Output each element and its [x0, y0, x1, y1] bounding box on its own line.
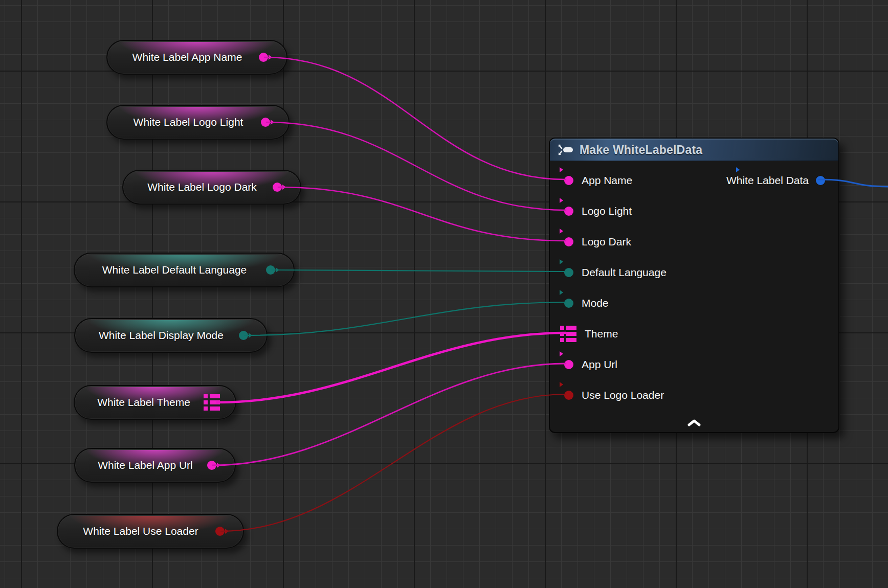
make-node-header[interactable]: Make WhiteLabelData — [550, 139, 838, 161]
pin-label: App Url — [582, 358, 617, 371]
pin-label: White Label Data — [726, 174, 809, 187]
pin-label: Default Language — [582, 266, 667, 279]
bool-input-pin[interactable] — [564, 391, 573, 400]
getter-node-white-label-app-name[interactable]: White Label App Name — [106, 40, 287, 75]
input-row-app-url[interactable]: App Url — [550, 349, 838, 380]
input-row-use-logo-loader[interactable]: Use Logo Loader — [550, 380, 838, 411]
getter-node-label: White Label Default Language — [102, 264, 247, 276]
input-row-logo-dark[interactable]: Logo Dark — [550, 227, 838, 257]
string-output-pin[interactable] — [259, 53, 268, 62]
getter-node-white-label-use-loader[interactable]: White Label Use Loader — [57, 514, 244, 549]
getter-node-label: White Label Logo Light — [134, 116, 243, 128]
getter-node-label: White Label Theme — [97, 396, 190, 409]
make-whitelabeldata-node[interactable]: Make WhiteLabelData App Name Logo Light … — [549, 138, 839, 433]
string-input-pin[interactable] — [564, 237, 573, 246]
getter-node-white-label-display-mode[interactable]: White Label Display Mode — [74, 318, 268, 353]
enum-output-pin[interactable] — [239, 331, 248, 340]
enum-input-pin[interactable] — [564, 268, 573, 277]
make-node-input-pins: App Name Logo Light Logo Dark Default La… — [550, 161, 838, 411]
getter-node-white-label-logo-dark[interactable]: White Label Logo Dark — [122, 170, 301, 205]
getter-node-label: White Label Display Mode — [99, 329, 224, 342]
string-output-pin[interactable] — [273, 183, 282, 192]
blueprint-graph-canvas[interactable]: White Label App Name White Label Logo Li… — [0, 0, 888, 588]
getter-node-white-label-default-language[interactable]: White Label Default Language — [74, 253, 295, 287]
struct-output-pin[interactable] — [816, 176, 825, 185]
make-node-title: Make WhiteLabelData — [580, 143, 702, 157]
collapse-node-button[interactable] — [683, 417, 705, 429]
pin-label: Mode — [582, 297, 609, 309]
chevron-up-icon — [687, 419, 701, 426]
string-input-pin[interactable] — [564, 207, 573, 216]
bool-output-pin[interactable] — [215, 527, 225, 536]
getter-node-white-label-logo-light[interactable]: White Label Logo Light — [106, 105, 290, 140]
enum-input-pin[interactable] — [564, 299, 573, 308]
pin-label: Logo Dark — [582, 236, 631, 248]
getter-node-white-label-app-url[interactable]: White Label App Url — [74, 448, 236, 483]
pin-label: Theme — [585, 328, 618, 340]
output-row-white-label-data[interactable]: White Label Data — [726, 165, 825, 196]
input-row-default-language[interactable]: Default Language — [550, 257, 838, 288]
getter-node-white-label-theme[interactable]: White Label Theme — [74, 385, 236, 420]
input-row-logo-light[interactable]: Logo Light — [550, 196, 838, 227]
input-row-mode[interactable]: Mode — [550, 288, 838, 319]
pin-label: App Name — [582, 174, 632, 187]
getter-node-label: White Label Logo Dark — [147, 181, 257, 193]
getter-node-label: White Label Use Loader — [83, 525, 198, 537]
string-output-pin[interactable] — [207, 461, 216, 470]
pin-label: Logo Light — [582, 205, 632, 217]
struct-pin-icon[interactable] — [204, 394, 220, 411]
struct-input-pin-icon[interactable] — [560, 326, 576, 342]
pin-label: Use Logo Loader — [582, 389, 664, 401]
make-struct-icon — [557, 143, 574, 156]
string-output-pin[interactable] — [261, 118, 270, 127]
getter-node-label: White Label App Name — [132, 51, 242, 63]
input-row-theme[interactable]: Theme — [550, 319, 838, 349]
string-input-pin[interactable] — [564, 360, 573, 369]
enum-output-pin[interactable] — [266, 265, 275, 275]
getter-node-label: White Label App Url — [98, 459, 193, 471]
string-input-pin[interactable] — [564, 176, 573, 185]
